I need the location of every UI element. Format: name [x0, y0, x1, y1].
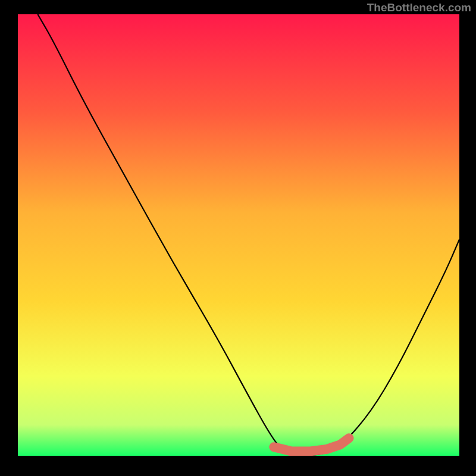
optimal-point-marker	[270, 443, 278, 451]
chart-svg	[0, 0, 476, 476]
plot-background	[18, 14, 459, 456]
chart-container: TheBottleneck.com	[0, 0, 476, 476]
watermark-text: TheBottleneck.com	[367, 1, 471, 14]
